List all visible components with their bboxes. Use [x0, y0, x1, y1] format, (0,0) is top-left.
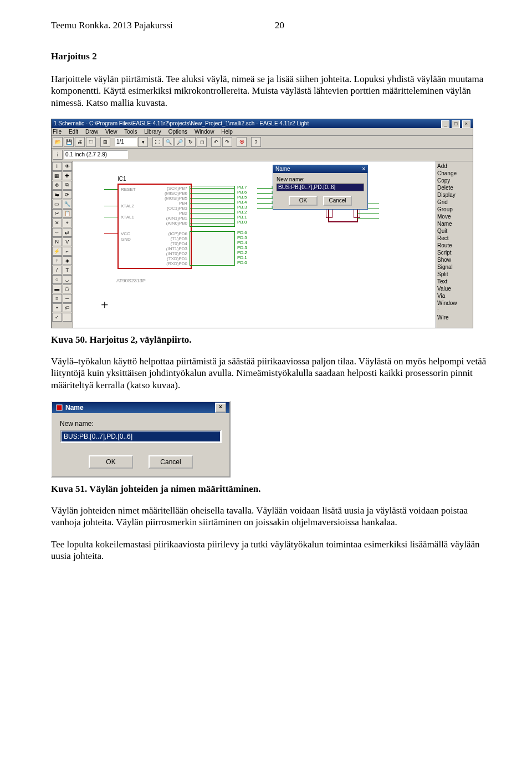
cmd-name[interactable]: Name [437, 220, 472, 227]
menu-library[interactable]: Library [144, 129, 161, 135]
cmd-grid[interactable]: Grid [437, 199, 472, 206]
dialog-close-icon[interactable]: × [362, 165, 365, 173]
new-name-input[interactable] [62, 431, 220, 441]
split-tool-icon[interactable]: ⑂ [52, 256, 62, 265]
bus-pd [190, 231, 235, 266]
cmd-value[interactable]: Value [437, 285, 472, 292]
cmd-move[interactable]: Move [437, 213, 472, 220]
new-name-label: New name: [60, 420, 94, 428]
smash-tool-icon[interactable]: ⚡ [52, 247, 62, 256]
gateswap-tool-icon[interactable]: ⇄ [63, 228, 73, 237]
pinswap-tool-icon[interactable]: ↔ [52, 228, 62, 237]
cmd-delete[interactable]: Delete [437, 184, 472, 191]
print-icon[interactable]: 🖨 [75, 137, 85, 147]
sheet-dropdown-icon[interactable]: ▾ [138, 137, 148, 147]
junction-tool-icon[interactable]: • [52, 303, 62, 312]
ok-button[interactable]: OK [89, 455, 133, 469]
minimize-button[interactable]: _ [441, 120, 449, 128]
cmd-change[interactable]: Change [437, 170, 472, 177]
menu-window[interactable]: Window [195, 129, 214, 135]
menu-draw[interactable]: Draw [85, 129, 98, 135]
cmd-rect[interactable]: Rect [437, 235, 472, 242]
redraw-icon[interactable]: ↻ [186, 137, 196, 147]
cmd-text[interactable]: Text [437, 278, 472, 285]
text-tool-icon[interactable]: T [63, 266, 73, 275]
board-icon[interactable]: ⊞ [100, 137, 110, 147]
sheet-selector[interactable]: 1/1 [115, 138, 137, 146]
cmd-window[interactable]: Window [437, 299, 472, 307]
erc-tool-icon[interactable]: ✓ [52, 313, 62, 322]
paste-tool-icon[interactable]: 📋 [63, 209, 73, 218]
eagle-canvas[interactable]: IC1 RESET XTAL2 XTAL1 VCC GND (SCK)PB7 [73, 161, 436, 328]
new-name-input[interactable] [277, 184, 364, 191]
value-tool-icon[interactable]: V [63, 237, 73, 246]
zoom-fit-icon[interactable]: ⛶ [152, 137, 162, 147]
open-icon[interactable]: 📂 [53, 137, 63, 147]
bus-label: PD.4 [237, 240, 247, 245]
cmd-copy[interactable]: Copy [437, 177, 472, 184]
rotate-tool-icon[interactable]: ⟳ [63, 190, 73, 199]
cmd-group[interactable]: Group [437, 206, 472, 213]
add-tool-icon[interactable]: + [63, 219, 73, 227]
bus-tool-icon[interactable]: ≡ [52, 294, 62, 303]
move-tool-icon[interactable]: ✥ [52, 181, 62, 190]
redo-icon[interactable]: ↷ [222, 137, 232, 147]
dialog-close-icon[interactable]: × [215, 403, 226, 413]
delete-tool-icon[interactable]: ✕ [52, 219, 62, 227]
cmd-show[interactable]: Show [437, 256, 472, 263]
menu-tools[interactable]: Tools [124, 129, 137, 135]
menu-options[interactable]: Options [168, 129, 187, 135]
cmd-display[interactable]: Display [437, 191, 472, 199]
menu-view[interactable]: View [105, 129, 117, 135]
polygon-tool-icon[interactable]: ⬠ [63, 284, 73, 293]
show-tool-icon[interactable]: 👁 [63, 162, 73, 171]
zoom-select-icon[interactable]: ◻ [197, 137, 207, 147]
pin-pd6: (ICP)PD6 [160, 231, 187, 236]
cmd-quit[interactable]: Quit [437, 227, 472, 235]
cut-tool-icon[interactable]: ✂ [52, 209, 62, 218]
label-tool-icon[interactable]: 🏷 [63, 303, 73, 312]
menu-edit[interactable]: Edit [69, 129, 78, 135]
circle-tool-icon[interactable]: ○ [52, 275, 62, 284]
zoom-out-icon[interactable]: 🔎 [175, 137, 185, 147]
cancel-button[interactable]: Cancel [323, 196, 352, 206]
cam-icon[interactable]: ⬚ [86, 137, 96, 147]
cmd-signal[interactable]: Signal [437, 263, 472, 271]
info-tool-icon[interactable]: i [52, 162, 62, 171]
save-icon[interactable]: 💾 [64, 137, 74, 147]
cmd-colon[interactable]: : [437, 307, 472, 314]
menu-file[interactable]: File [53, 129, 62, 135]
maximize-button[interactable]: □ [452, 120, 460, 128]
wire-tool-icon[interactable]: / [52, 266, 62, 275]
cmd-split[interactable]: Split [437, 271, 472, 278]
ok-button[interactable]: OK [289, 196, 318, 206]
zoom-in-icon[interactable]: 🔍 [163, 137, 173, 147]
cmd-via[interactable]: Via [437, 292, 472, 299]
cursor-icon[interactable]: i [53, 150, 63, 160]
close-button[interactable]: × [462, 120, 470, 128]
miter-tool-icon[interactable]: ⌐ [63, 247, 73, 256]
layer-tool-icon[interactable]: ▦ [52, 171, 62, 180]
change-tool-icon[interactable]: 🔧 [63, 200, 73, 209]
cmd-route[interactable]: Route [437, 242, 472, 249]
rect-tool-icon[interactable]: ▬ [52, 284, 62, 293]
copy-tool-icon[interactable]: ⧉ [63, 181, 73, 190]
name-tool-icon[interactable]: N [52, 237, 62, 246]
cmd-wire[interactable]: Wire [437, 314, 472, 321]
bus-label: PB.7 [237, 185, 247, 190]
help-icon[interactable]: ? [251, 137, 261, 147]
group-tool-icon[interactable]: ▭ [52, 200, 62, 209]
stop-icon[interactable]: ⦿ [237, 137, 247, 147]
net-tool-icon[interactable]: ─ [63, 294, 73, 303]
pin-pb0: (AIN0)PB0 [160, 221, 187, 226]
menu-help[interactable]: Help [221, 129, 233, 135]
undo-icon[interactable]: ↶ [211, 137, 221, 147]
mark-tool-icon[interactable]: ✚ [63, 171, 73, 180]
invoke-tool-icon[interactable]: ◈ [63, 256, 73, 265]
arc-tool-icon[interactable]: ◡ [63, 275, 73, 284]
cmd-add[interactable]: Add [437, 162, 472, 170]
cmd-script[interactable]: Script [437, 249, 472, 256]
mirror-tool-icon[interactable]: ⇋ [52, 190, 62, 199]
cancel-button[interactable]: Cancel [149, 455, 193, 469]
paragraph-1: Harjoittele väylän piirtämistä. Tee aluk… [51, 73, 492, 109]
